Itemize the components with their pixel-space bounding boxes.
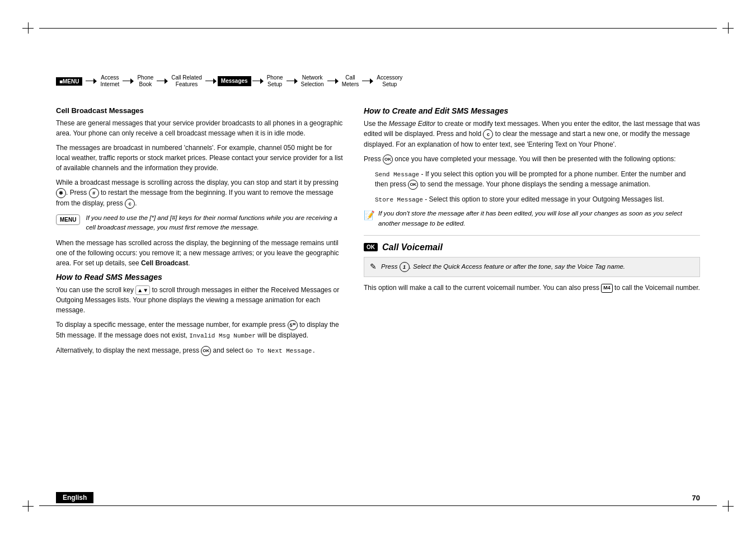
nav-item-accessory-setup: AccessorySetup — [374, 74, 405, 88]
cell-broadcast-para4: When the message has scrolled across the… — [56, 238, 347, 268]
go-to-next-mono: Go To Next Message. — [246, 348, 316, 354]
ok-badge: OK — [364, 243, 378, 251]
star-key-icon: ✱ — [56, 188, 66, 198]
how-to-create-section: How to Create and Edit SMS Messages Use … — [364, 106, 700, 228]
how-to-read-para2: To display a specific message, enter the… — [56, 320, 347, 340]
c-key-icon: c — [125, 199, 135, 209]
nav-arrow-8 — [362, 78, 373, 84]
hash-key-icon: # — [89, 188, 99, 198]
tip-text: Press 1. Select the Quick Access feature… — [381, 262, 625, 272]
section-divider — [364, 235, 700, 236]
nav-item-messages: Messages — [218, 76, 251, 86]
m4-key-icon: M4 — [601, 284, 613, 293]
crosshair-top-right — [722, 22, 734, 34]
voicemail-para1: This option will make a call to the curr… — [364, 283, 700, 293]
note-box-1: MENU If you need to use the [*] and [#] … — [56, 213, 347, 233]
bottom-rule — [39, 505, 717, 506]
cell-broadcast-title: Cell Broadcast Messages — [56, 106, 347, 115]
footer-language: English — [56, 492, 93, 503]
top-rule — [39, 28, 717, 29]
one-key-icon: 1 — [400, 262, 410, 272]
menu-button-icon: MENU — [56, 214, 80, 225]
ok-key-inline-3: OK — [408, 180, 418, 190]
how-to-read-section: How to Read SMS Messages You can use the… — [56, 273, 347, 355]
store-message-mono: Store Message — [375, 196, 423, 203]
nav-arrow-5 — [252, 78, 264, 84]
menu-label: ■MENU — [56, 77, 82, 86]
nav-arrow-4 — [205, 78, 217, 84]
how-to-read-title: How to Read SMS Messages — [56, 273, 347, 282]
note-box-2: 📝 If you don't store the message after i… — [364, 209, 700, 228]
voicemail-title: Call Voicemail — [382, 242, 443, 252]
how-to-create-title: How to Create and Edit SMS Messages — [364, 106, 700, 115]
cell-broadcast-para3: While a broadcast message is scrolling a… — [56, 177, 347, 209]
nav-item-phone-setup: PhoneSetup — [265, 74, 285, 88]
c-key-icon-2: c — [483, 129, 493, 139]
invalid-msg-mono: Invalid Msg Number — [189, 332, 256, 339]
how-to-create-para2: Press OK once you have completed your me… — [364, 154, 700, 165]
nav-item-call-meters: CallMeters — [340, 74, 361, 88]
ok-key-inline-1: OK — [201, 346, 211, 356]
voicemail-header: OK Call Voicemail — [364, 242, 700, 252]
ok-key-inline-2: OK — [383, 154, 393, 165]
content-area: Cell Broadcast Messages These are genera… — [56, 106, 700, 478]
how-to-read-para3: Alternatively, to display the next messa… — [56, 345, 347, 356]
store-message-option: Store Message - Select this option to st… — [375, 194, 700, 205]
store-message-text: Store Message - Select this option to st… — [375, 194, 700, 205]
crosshair-bottom-right — [722, 500, 734, 512]
nav-item-call-related: Call RelatedFeatures — [169, 74, 204, 88]
nav-item-access-internet: AccessInternet — [98, 74, 121, 88]
tip-icon: ✎ — [370, 262, 377, 271]
five-key-icon: 5ᴹ — [288, 320, 298, 330]
tip-box: ✎ Press 1. Select the Quick Access featu… — [364, 257, 700, 277]
note-text-1: If you need to use the [*] and [#] keys … — [86, 213, 347, 233]
nav-arrow-7 — [327, 78, 339, 84]
nav-arrow-6 — [287, 78, 298, 84]
footer: English 70 — [56, 492, 700, 503]
footer-page-number: 70 — [692, 494, 700, 502]
note-text-2: If you don't store the message after it … — [378, 209, 700, 228]
nav-arrow-1 — [86, 78, 97, 84]
send-message-option: Send Message - If you select this option… — [375, 169, 700, 190]
cell-broadcast-para2: The messages are broadcast in numbered '… — [56, 143, 347, 173]
nav-arrow-3 — [157, 78, 168, 84]
nav-item-phone-book: PhoneBook — [135, 74, 156, 88]
how-to-read-para1: You can use the scroll key ▲▼ to scroll … — [56, 285, 347, 315]
left-column: Cell Broadcast Messages These are genera… — [56, 106, 347, 478]
scroll-key-icon: ▲▼ — [135, 285, 150, 295]
right-column: How to Create and Edit SMS Messages Use … — [364, 106, 700, 478]
send-message-mono: Send Message — [375, 171, 419, 178]
send-message-text: Send Message - If you select this option… — [375, 169, 700, 190]
call-voicemail-section: OK Call Voicemail ✎ Press 1. Select the … — [364, 242, 700, 293]
cell-broadcast-section: Cell Broadcast Messages These are genera… — [56, 106, 347, 268]
nav-item-network-selection: NetworkSelection — [299, 74, 326, 88]
how-to-create-para1: Use the Message Editor to create or modi… — [364, 119, 700, 149]
nav-bar: ■MENU AccessInternet PhoneBook Call Rela… — [56, 67, 700, 95]
crosshair-bottom-left — [22, 500, 34, 512]
note-icon-2: 📝 — [364, 210, 375, 221]
crosshair-top-left — [22, 22, 34, 34]
cell-broadcast-para1: These are general messages that your ser… — [56, 118, 347, 138]
nav-arrow-2 — [123, 78, 134, 84]
